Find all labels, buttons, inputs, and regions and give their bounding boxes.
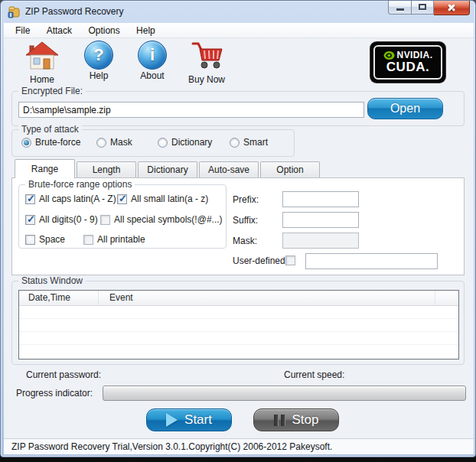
radio-mask[interactable]: Mask: [96, 137, 132, 148]
cuda-text: CUDA.: [386, 60, 429, 75]
maximize-button[interactable]: [412, 1, 434, 15]
radio-dictionary-label: Dictionary: [171, 137, 212, 148]
checkbox-icon: [83, 235, 93, 245]
nvidia-cuda-badge: NVIDIA. CUDA.: [370, 42, 445, 83]
table-row: [19, 345, 458, 358]
checkbox-icon: [285, 255, 295, 265]
encrypted-file-input[interactable]: [18, 102, 364, 118]
attack-type-group: Type of attack Brute-force Mask Dictiona…: [11, 129, 295, 157]
current-password-label: Current password:: [26, 369, 101, 380]
checkbox-icon: [25, 215, 35, 225]
window-title: ZIP Password Recovery: [25, 1, 124, 22]
start-button[interactable]: Start: [146, 408, 232, 431]
home-icon: [24, 41, 60, 71]
radio-icon: [230, 138, 240, 148]
range-options-group: Brute-force range options All caps latin…: [18, 184, 227, 249]
checkbox-icon: [117, 194, 127, 204]
checkbox-space-label: Space: [39, 234, 65, 245]
start-button-label: Start: [184, 412, 212, 428]
window-controls: [388, 1, 470, 15]
checkbox-all-small[interactable]: All small latin(a - z): [117, 194, 208, 204]
radio-icon: [21, 138, 31, 148]
prefix-input[interactable]: [282, 191, 359, 207]
prefix-label: Prefix:: [233, 194, 259, 205]
tab-range[interactable]: Range: [15, 159, 75, 178]
status-list[interactable]: Date,Time Event: [18, 290, 459, 360]
app-icon: [8, 5, 21, 18]
status-window-group: Status Window Date,Time Event: [11, 281, 465, 365]
checkbox-special-symbols-label: All special symbols(!@#...): [114, 214, 223, 225]
about-icon: i: [138, 41, 167, 70]
status-window-group-label: Status Window: [18, 275, 86, 286]
radio-brute-force[interactable]: Brute-force: [21, 137, 80, 148]
about-button[interactable]: i About: [131, 41, 174, 81]
mask-input: [282, 233, 359, 249]
about-label: About: [131, 70, 174, 81]
encrypted-file-group: Encrypted File: Open: [11, 91, 465, 126]
radio-smart-label: Smart: [243, 137, 268, 148]
tab-option[interactable]: Option: [260, 161, 320, 177]
desktop: ZIP Password Recovery File Attack Option…: [0, 0, 476, 462]
tab-auto-save[interactable]: Auto-save: [199, 161, 259, 177]
help-button[interactable]: ? Help: [77, 41, 120, 81]
encrypted-file-group-label: Encrypted File:: [18, 86, 86, 96]
nvidia-cuda-inner: NVIDIA. CUDA.: [373, 45, 442, 80]
checkbox-icon: [25, 194, 35, 204]
table-row: [19, 306, 458, 319]
column-header-date-time[interactable]: Date,Time: [19, 291, 99, 305]
tab-dictionary[interactable]: Dictionary: [138, 161, 197, 177]
column-header-event[interactable]: Event: [99, 291, 435, 305]
title-bar[interactable]: ZIP Password Recovery: [1, 1, 475, 23]
pause-icon: [274, 415, 285, 426]
radio-dictionary[interactable]: Dictionary: [158, 137, 212, 148]
menu-help[interactable]: Help: [129, 23, 162, 38]
table-row: [19, 332, 458, 345]
nvidia-brand-text: NVIDIA.: [397, 50, 433, 60]
maximize-icon: [419, 4, 426, 10]
help-icon: ?: [84, 41, 113, 70]
user-defined-input[interactable]: [305, 253, 438, 269]
menu-options[interactable]: Options: [81, 23, 126, 38]
checkbox-all-printable[interactable]: All printable: [83, 234, 145, 245]
help-label: Help: [77, 70, 120, 81]
checkbox-space[interactable]: Space: [25, 234, 65, 245]
range-tab-panel: Brute-force range options All caps latin…: [11, 177, 465, 275]
checkbox-user-defined[interactable]: [285, 255, 295, 265]
menu-file[interactable]: File: [8, 23, 37, 38]
mask-label: Mask:: [233, 236, 257, 246]
client-area: Home ? Help i About: [4, 38, 474, 438]
home-label: Home: [16, 74, 68, 85]
checkbox-special-symbols[interactable]: All special symbols(!@#...): [100, 214, 223, 225]
checkbox-all-small-label: All small latin(a - z): [131, 194, 208, 204]
stop-button-label: Stop: [292, 412, 319, 428]
checkbox-all-digits[interactable]: All digits(0 - 9): [25, 214, 98, 225]
tab-length[interactable]: Length: [77, 161, 136, 177]
checkbox-all-digits-label: All digits(0 - 9): [39, 214, 98, 225]
radio-icon: [158, 138, 168, 148]
buy-now-button[interactable]: Buy Now: [180, 41, 233, 85]
suffix-input[interactable]: [282, 212, 359, 228]
progress-bar: [103, 386, 466, 401]
checkbox-all-caps[interactable]: All caps latin(A - Z): [25, 194, 116, 204]
column-header-filler: [435, 291, 458, 305]
stop-button[interactable]: Stop: [253, 408, 339, 431]
close-icon: [434, 1, 469, 15]
close-button[interactable]: [434, 1, 470, 15]
nvidia-eye-icon: [383, 50, 395, 60]
menu-attack[interactable]: Attack: [40, 23, 79, 38]
status-bar-text: ZIP Password Recovery Trial,Version 3.0.…: [11, 441, 332, 452]
shopping-cart-icon: [188, 41, 225, 71]
radio-brute-force-label: Brute-force: [35, 137, 80, 148]
play-icon: [166, 413, 178, 427]
radio-smart[interactable]: Smart: [230, 137, 268, 148]
table-row: [19, 319, 458, 332]
range-options-group-label: Brute-force range options: [25, 179, 135, 190]
checkbox-icon: [100, 215, 110, 225]
minimize-button[interactable]: [388, 1, 412, 15]
radio-mask-label: Mask: [110, 137, 132, 148]
attack-type-group-label: Type of attack: [18, 124, 82, 135]
open-button[interactable]: Open: [367, 98, 443, 119]
checkbox-icon: [25, 235, 35, 245]
radio-icon: [96, 138, 106, 148]
home-button[interactable]: Home: [16, 41, 68, 85]
